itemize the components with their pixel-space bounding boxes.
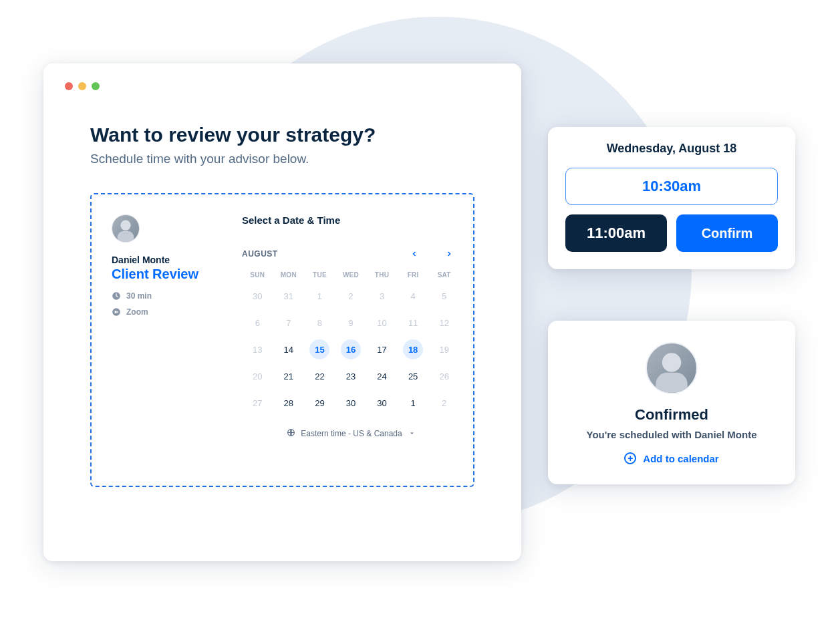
calendar-day-5: 5	[434, 286, 454, 306]
calendar-day-11: 11	[403, 313, 423, 333]
calendar-day-19: 19	[434, 339, 454, 359]
weekday-label: WED	[335, 271, 367, 279]
globe-icon	[287, 428, 295, 439]
calendar-day-22[interactable]: 22	[309, 366, 329, 386]
calendar-day-4: 4	[403, 286, 423, 306]
calendar-day-27: 27	[247, 393, 267, 413]
calendar-day-30[interactable]: 30	[341, 393, 361, 413]
advisor-avatar	[112, 214, 140, 243]
scheduling-window: Want to review your strategy? Schedule t…	[43, 63, 521, 561]
advisor-avatar-large	[646, 342, 698, 394]
calendar-week: 13141516171819	[242, 336, 460, 363]
calendar-week: 20212223242526	[242, 363, 460, 389]
calendar-week: 6789101112	[242, 309, 460, 336]
weekday-label: MON	[273, 271, 305, 279]
timezone-label: Eastern time - US & Canada	[301, 429, 402, 438]
window-close-icon[interactable]	[65, 82, 73, 90]
weekday-header: SUNMONTUEWEDTHUFRISAT	[242, 271, 460, 279]
calendar-day-3: 3	[372, 286, 392, 306]
plus-circle-icon: +	[624, 452, 636, 464]
svg-point-0	[120, 220, 130, 230]
calendar-day-8: 8	[309, 313, 329, 333]
timezone-selector[interactable]: Eastern time - US & Canada	[242, 428, 460, 439]
advisor-column: Daniel Monte Client Review 30 min Zoom	[105, 214, 222, 472]
calendar-day-13: 13	[247, 339, 267, 359]
video-icon	[112, 307, 121, 317]
advisor-name: Daniel Monte	[112, 255, 222, 265]
calendar-day-26: 26	[434, 366, 454, 386]
calendar-day-28[interactable]: 28	[279, 393, 299, 413]
confirmation-panel: Confirmed You're scheduled with Daniel M…	[548, 321, 795, 484]
calendar-day-12: 12	[434, 313, 454, 333]
calendar-day-18[interactable]: 18	[403, 339, 423, 359]
time-slot-selected[interactable]: 11:00am	[565, 214, 667, 252]
page-title: Want to review your strategy?	[90, 124, 500, 146]
add-to-calendar-button[interactable]: + Add to calendar	[624, 452, 718, 464]
prev-month-button[interactable]	[406, 246, 422, 262]
month-nav: AUGUST	[242, 246, 460, 262]
weekday-label: TUE	[304, 271, 335, 279]
svg-point-6	[662, 353, 681, 371]
event-title: Client Review	[112, 267, 222, 282]
location-row: Zoom	[112, 307, 222, 317]
calendar-week: 272829303012	[242, 389, 460, 416]
calendar-day-2: 2	[434, 393, 454, 413]
next-month-button[interactable]	[441, 246, 457, 262]
duration-label: 30 min	[126, 291, 152, 301]
window-minimize-icon[interactable]	[78, 82, 86, 90]
chevron-down-icon	[409, 429, 415, 438]
calendar-grid: 3031123456789101112131415161718192021222…	[242, 283, 460, 416]
svg-rect-1	[118, 231, 134, 242]
calendar-day-31: 31	[279, 286, 299, 306]
time-picker-panel: Wednesday, August 18 10:30am 11:00am Con…	[548, 127, 795, 269]
calendar-column: Select a Date & Time AUGUST SUNMONTUEWED…	[242, 214, 460, 472]
weekday-label: THU	[366, 271, 398, 279]
svg-marker-5	[410, 432, 414, 434]
calendar-day-1: 1	[309, 286, 329, 306]
calendar-day-17[interactable]: 17	[372, 339, 392, 359]
calendar-title: Select a Date & Time	[242, 214, 460, 226]
weekday-label: SUN	[242, 271, 273, 279]
calendar-day-1[interactable]: 1	[403, 393, 423, 413]
calendar-day-6: 6	[247, 313, 267, 333]
calendar-day-20: 20	[247, 366, 267, 386]
calendar-day-15[interactable]: 15	[309, 339, 329, 359]
location-label: Zoom	[126, 307, 148, 317]
calendar-day-9: 9	[341, 313, 361, 333]
calendar-day-10: 10	[372, 313, 392, 333]
selected-date-label: Wednesday, August 18	[565, 142, 778, 156]
confirmation-title: Confirmed	[565, 406, 778, 424]
calendar-day-23[interactable]: 23	[341, 366, 361, 386]
time-slot-1030[interactable]: 10:30am	[565, 168, 778, 205]
add-to-calendar-label: Add to calendar	[643, 453, 718, 464]
calendar-week: 303112345	[242, 283, 460, 309]
svg-rect-7	[656, 373, 687, 393]
calendar-day-24[interactable]: 24	[372, 366, 392, 386]
calendar-day-7: 7	[279, 313, 299, 333]
duration-row: 30 min	[112, 291, 222, 301]
window-zoom-icon[interactable]	[92, 82, 100, 90]
calendar-day-30: 30	[247, 286, 267, 306]
confirmation-subtitle: You're scheduled with Daniel Monte	[565, 429, 778, 440]
calendar-day-14[interactable]: 14	[279, 339, 299, 359]
calendar-day-25[interactable]: 25	[403, 366, 423, 386]
clock-icon	[112, 291, 121, 301]
weekday-label: FRI	[398, 271, 429, 279]
calendar-day-21[interactable]: 21	[279, 366, 299, 386]
month-label: AUGUST	[242, 249, 406, 259]
scheduling-embed: Daniel Monte Client Review 30 min Zoom S…	[90, 193, 474, 487]
confirm-button[interactable]: Confirm	[676, 214, 778, 252]
calendar-day-16[interactable]: 16	[341, 339, 361, 359]
calendar-day-29[interactable]: 29	[309, 393, 329, 413]
weekday-label: SAT	[428, 271, 460, 279]
calendar-day-2: 2	[341, 286, 361, 306]
calendar-day-30[interactable]: 30	[372, 393, 392, 413]
window-traffic-lights	[65, 82, 500, 90]
page-subtitle: Schedule time with your advisor below.	[90, 152, 500, 166]
